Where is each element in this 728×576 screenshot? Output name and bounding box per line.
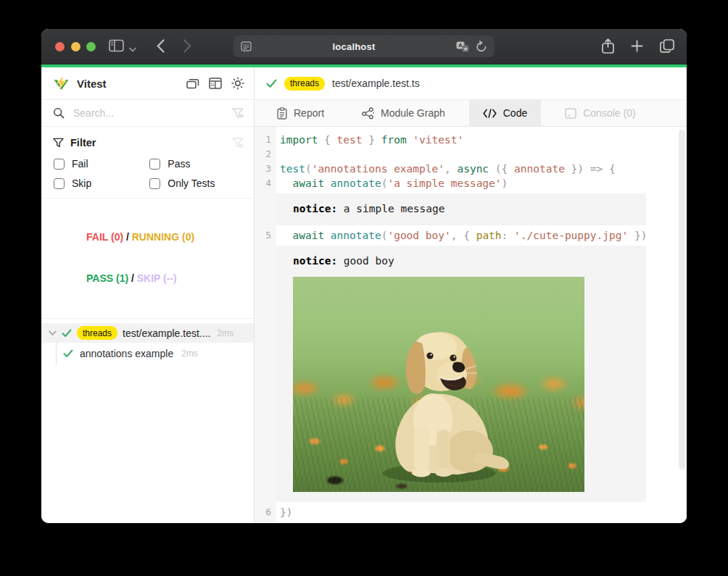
collapse-panels-button[interactable]	[186, 78, 199, 89]
share-button[interactable]	[602, 38, 614, 54]
back-button[interactable]	[157, 39, 165, 55]
code-viewer[interactable]: 1import { test } from 'vitest'23test('an…	[255, 127, 687, 523]
window-controls	[55, 42, 96, 51]
annotation-type: notice:	[293, 255, 337, 267]
forward-arrow-icon	[183, 39, 191, 53]
filter-x-icon	[232, 138, 244, 148]
url-text: localhost	[252, 41, 456, 52]
translate-icon[interactable]: A ★	[456, 41, 469, 52]
dashboard-button[interactable]: 31	[209, 78, 222, 89]
tab-label: Code	[503, 107, 527, 119]
status-separator: /	[128, 272, 137, 284]
checkbox[interactable]	[149, 159, 160, 170]
tab-module-graph[interactable]: Module Graph	[348, 100, 459, 126]
browser-window: localhost A ★	[41, 29, 687, 523]
puppy-illustration	[363, 317, 516, 483]
share-icon	[602, 38, 614, 54]
tab-overview-button[interactable]	[660, 39, 674, 53]
address-bar[interactable]: localhost A ★	[233, 36, 495, 57]
code-line: 6})	[255, 505, 687, 519]
checkbox[interactable]	[149, 178, 160, 189]
view-tabs: Report Module Graph	[255, 99, 687, 127]
filter-label: Filter	[70, 137, 96, 149]
checkbox-label: Skip	[72, 178, 91, 189]
test-file-name: test/example.test....	[123, 327, 210, 339]
main-pane: threads test/example.test.ts Report	[255, 67, 687, 523]
pass-count: PASS (1)	[86, 272, 128, 284]
skip-count: SKIP (--)	[137, 272, 177, 284]
overlapping-windows-icon	[186, 78, 199, 89]
sidebar-header: Vitest 31	[41, 67, 254, 99]
check-icon	[266, 79, 277, 88]
zoom-button[interactable]	[86, 42, 96, 51]
page-reader-icon	[241, 41, 252, 51]
sidebar-panel-icon	[109, 39, 124, 52]
tab-label: Module Graph	[381, 107, 445, 119]
plus-icon	[631, 40, 643, 52]
dashboard-icon: 31	[209, 78, 222, 89]
clear-filters-button[interactable]	[232, 138, 244, 148]
code-line: 4 await annotate('a simple message')	[255, 176, 687, 191]
chevron-down-icon[interactable]	[49, 330, 57, 336]
running-count: RUNNING (0)	[132, 231, 194, 243]
code-line: 3test('annotations example', async ({ an…	[255, 162, 687, 176]
code-block: 5 await annotate('good boy', { path: './…	[255, 228, 687, 243]
scrollbar-thumb[interactable]	[679, 130, 685, 469]
filter-checkbox-pass[interactable]: Pass	[149, 158, 244, 170]
test-case-name: annotations example	[80, 348, 173, 359]
sidebar: Vitest 31	[41, 67, 255, 523]
annotation-attachment-image[interactable]	[293, 277, 584, 492]
svg-text:31: 31	[210, 83, 215, 87]
pool-badge: threads	[77, 326, 117, 340]
annotation-notice: notice: a simple message	[276, 193, 646, 225]
test-file-row[interactable]: threads test/example.test.... 2ms	[41, 323, 254, 343]
status-separator: /	[123, 231, 132, 243]
sidebar-menu-chevron[interactable]	[129, 43, 136, 54]
filter-section: Filter Fail	[41, 127, 254, 198]
test-case-row[interactable]: annotations example 2ms	[41, 343, 254, 364]
clear-search-filter-button[interactable]	[232, 108, 244, 118]
tab-label: Report	[294, 107, 324, 119]
search-icon	[53, 107, 65, 119]
checkbox[interactable]	[54, 178, 65, 189]
report-clipboard-icon	[277, 107, 287, 120]
console-icon	[565, 108, 576, 119]
browser-toolbar: localhost A ★	[41, 29, 687, 64]
theme-toggle-button[interactable]	[231, 77, 244, 90]
check-icon	[63, 349, 73, 358]
tabs-overview-icon	[660, 39, 674, 53]
tab-report[interactable]: Report	[263, 100, 338, 126]
filter-checkbox-only-tests[interactable]: Only Tests	[149, 178, 244, 189]
close-button[interactable]	[55, 42, 65, 51]
annotation-message: good boy	[337, 255, 394, 267]
module-graph-icon	[362, 107, 374, 120]
minimize-button[interactable]	[71, 42, 80, 51]
sidebar-toggle-button[interactable]	[109, 39, 124, 54]
tab-code[interactable]: Code	[469, 100, 541, 126]
checkbox[interactable]	[54, 159, 65, 170]
svg-text:A: A	[458, 42, 463, 49]
code-line: 1import { test } from 'vitest'	[255, 133, 687, 147]
annotation-type: notice:	[293, 203, 337, 214]
vitest-logo-icon	[53, 75, 70, 91]
check-icon	[62, 329, 72, 338]
annotation-message: a simple message	[337, 203, 444, 214]
new-tab-button[interactable]	[631, 40, 643, 52]
tab-console[interactable]: Console (0)	[551, 100, 649, 126]
back-arrow-icon	[157, 39, 165, 53]
filter-x-icon	[232, 108, 244, 118]
test-case-duration: 2ms	[181, 348, 198, 359]
svg-text:★: ★	[463, 45, 468, 51]
search-bar	[41, 99, 254, 127]
reload-icon[interactable]	[476, 41, 487, 53]
app-title: Vitest	[77, 78, 107, 90]
forward-button[interactable]	[183, 39, 191, 55]
filter-checkbox-fail[interactable]: Fail	[54, 158, 149, 170]
filter-checkbox-skip[interactable]: Skip	[54, 178, 149, 189]
tree-guide-line	[56, 343, 57, 364]
fail-count: FAIL (0)	[86, 231, 123, 243]
app-content: Vitest 31	[41, 67, 687, 523]
tab-label: Console (0)	[583, 107, 635, 119]
search-input[interactable]	[72, 107, 225, 120]
code-line: 7	[255, 519, 687, 523]
